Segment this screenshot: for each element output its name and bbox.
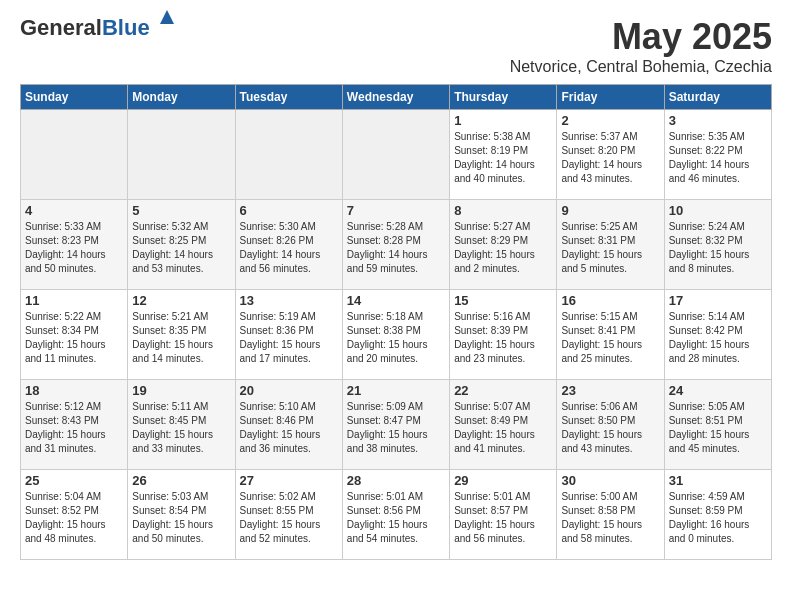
month-title: May 2025 [510,16,772,58]
day-number: 22 [454,383,552,398]
calendar-cell: 1Sunrise: 5:38 AMSunset: 8:19 PMDaylight… [450,110,557,200]
calendar-cell: 23Sunrise: 5:06 AMSunset: 8:50 PMDayligh… [557,380,664,470]
calendar-cell: 30Sunrise: 5:00 AMSunset: 8:58 PMDayligh… [557,470,664,560]
day-number: 26 [132,473,230,488]
day-number: 25 [25,473,123,488]
day-info: Sunrise: 5:06 AMSunset: 8:50 PMDaylight:… [561,400,659,456]
calendar-cell: 4Sunrise: 5:33 AMSunset: 8:23 PMDaylight… [21,200,128,290]
calendar-cell: 24Sunrise: 5:05 AMSunset: 8:51 PMDayligh… [664,380,771,470]
calendar-cell [21,110,128,200]
day-number: 7 [347,203,445,218]
day-number: 3 [669,113,767,128]
day-number: 23 [561,383,659,398]
col-wednesday: Wednesday [342,85,449,110]
day-info: Sunrise: 5:18 AMSunset: 8:38 PMDaylight:… [347,310,445,366]
day-number: 12 [132,293,230,308]
day-number: 11 [25,293,123,308]
title-block: May 2025 Netvorice, Central Bohemia, Cze… [510,16,772,76]
logo-block: GeneralBlue [20,16,176,40]
calendar-week-3: 11Sunrise: 5:22 AMSunset: 8:34 PMDayligh… [21,290,772,380]
day-number: 6 [240,203,338,218]
day-number: 2 [561,113,659,128]
day-info: Sunrise: 5:37 AMSunset: 8:20 PMDaylight:… [561,130,659,186]
day-info: Sunrise: 5:05 AMSunset: 8:51 PMDaylight:… [669,400,767,456]
header: GeneralBlue May 2025 Netvorice, Central … [20,16,772,76]
location-title: Netvorice, Central Bohemia, Czechia [510,58,772,76]
day-number: 13 [240,293,338,308]
calendar-cell [128,110,235,200]
header-row: Sunday Monday Tuesday Wednesday Thursday… [21,85,772,110]
day-number: 1 [454,113,552,128]
day-info: Sunrise: 5:27 AMSunset: 8:29 PMDaylight:… [454,220,552,276]
day-number: 10 [669,203,767,218]
calendar-cell: 20Sunrise: 5:10 AMSunset: 8:46 PMDayligh… [235,380,342,470]
col-saturday: Saturday [664,85,771,110]
day-info: Sunrise: 5:33 AMSunset: 8:23 PMDaylight:… [25,220,123,276]
calendar-week-5: 25Sunrise: 5:04 AMSunset: 8:52 PMDayligh… [21,470,772,560]
day-info: Sunrise: 5:15 AMSunset: 8:41 PMDaylight:… [561,310,659,366]
day-number: 20 [240,383,338,398]
calendar-cell: 22Sunrise: 5:07 AMSunset: 8:49 PMDayligh… [450,380,557,470]
day-info: Sunrise: 5:38 AMSunset: 8:19 PMDaylight:… [454,130,552,186]
day-info: Sunrise: 5:04 AMSunset: 8:52 PMDaylight:… [25,490,123,546]
calendar-cell: 19Sunrise: 5:11 AMSunset: 8:45 PMDayligh… [128,380,235,470]
logo-general: General [20,15,102,40]
col-tuesday: Tuesday [235,85,342,110]
calendar-cell: 12Sunrise: 5:21 AMSunset: 8:35 PMDayligh… [128,290,235,380]
col-monday: Monday [128,85,235,110]
day-info: Sunrise: 5:32 AMSunset: 8:25 PMDaylight:… [132,220,230,276]
calendar-cell: 8Sunrise: 5:27 AMSunset: 8:29 PMDaylight… [450,200,557,290]
day-info: Sunrise: 5:22 AMSunset: 8:34 PMDaylight:… [25,310,123,366]
day-number: 14 [347,293,445,308]
day-number: 9 [561,203,659,218]
calendar-cell: 7Sunrise: 5:28 AMSunset: 8:28 PMDaylight… [342,200,449,290]
day-info: Sunrise: 5:01 AMSunset: 8:57 PMDaylight:… [454,490,552,546]
calendar-week-1: 1Sunrise: 5:38 AMSunset: 8:19 PMDaylight… [21,110,772,200]
day-info: Sunrise: 5:35 AMSunset: 8:22 PMDaylight:… [669,130,767,186]
day-info: Sunrise: 5:19 AMSunset: 8:36 PMDaylight:… [240,310,338,366]
day-info: Sunrise: 5:16 AMSunset: 8:39 PMDaylight:… [454,310,552,366]
logo-text: GeneralBlue [20,16,176,40]
day-number: 15 [454,293,552,308]
day-number: 27 [240,473,338,488]
calendar-cell: 28Sunrise: 5:01 AMSunset: 8:56 PMDayligh… [342,470,449,560]
day-number: 24 [669,383,767,398]
calendar-cell: 18Sunrise: 5:12 AMSunset: 8:43 PMDayligh… [21,380,128,470]
calendar-cell: 9Sunrise: 5:25 AMSunset: 8:31 PMDaylight… [557,200,664,290]
day-info: Sunrise: 5:28 AMSunset: 8:28 PMDaylight:… [347,220,445,276]
day-info: Sunrise: 5:03 AMSunset: 8:54 PMDaylight:… [132,490,230,546]
svg-marker-0 [160,10,174,24]
calendar-cell: 27Sunrise: 5:02 AMSunset: 8:55 PMDayligh… [235,470,342,560]
col-friday: Friday [557,85,664,110]
day-info: Sunrise: 4:59 AMSunset: 8:59 PMDaylight:… [669,490,767,546]
col-thursday: Thursday [450,85,557,110]
logo: GeneralBlue [20,16,176,40]
day-info: Sunrise: 5:21 AMSunset: 8:35 PMDaylight:… [132,310,230,366]
day-info: Sunrise: 5:14 AMSunset: 8:42 PMDaylight:… [669,310,767,366]
day-info: Sunrise: 5:12 AMSunset: 8:43 PMDaylight:… [25,400,123,456]
day-number: 18 [25,383,123,398]
calendar-cell: 6Sunrise: 5:30 AMSunset: 8:26 PMDaylight… [235,200,342,290]
calendar-cell: 17Sunrise: 5:14 AMSunset: 8:42 PMDayligh… [664,290,771,380]
calendar-cell: 21Sunrise: 5:09 AMSunset: 8:47 PMDayligh… [342,380,449,470]
calendar-table: Sunday Monday Tuesday Wednesday Thursday… [20,84,772,560]
calendar-cell [235,110,342,200]
calendar-cell: 3Sunrise: 5:35 AMSunset: 8:22 PMDaylight… [664,110,771,200]
day-info: Sunrise: 5:00 AMSunset: 8:58 PMDaylight:… [561,490,659,546]
day-number: 21 [347,383,445,398]
day-number: 30 [561,473,659,488]
day-info: Sunrise: 5:10 AMSunset: 8:46 PMDaylight:… [240,400,338,456]
calendar-cell: 15Sunrise: 5:16 AMSunset: 8:39 PMDayligh… [450,290,557,380]
calendar-cell: 10Sunrise: 5:24 AMSunset: 8:32 PMDayligh… [664,200,771,290]
logo-blue: Blue [102,15,150,40]
day-number: 28 [347,473,445,488]
calendar-cell: 29Sunrise: 5:01 AMSunset: 8:57 PMDayligh… [450,470,557,560]
day-info: Sunrise: 5:01 AMSunset: 8:56 PMDaylight:… [347,490,445,546]
day-number: 4 [25,203,123,218]
day-number: 17 [669,293,767,308]
col-sunday: Sunday [21,85,128,110]
day-info: Sunrise: 5:02 AMSunset: 8:55 PMDaylight:… [240,490,338,546]
day-info: Sunrise: 5:25 AMSunset: 8:31 PMDaylight:… [561,220,659,276]
calendar-cell: 2Sunrise: 5:37 AMSunset: 8:20 PMDaylight… [557,110,664,200]
day-number: 19 [132,383,230,398]
